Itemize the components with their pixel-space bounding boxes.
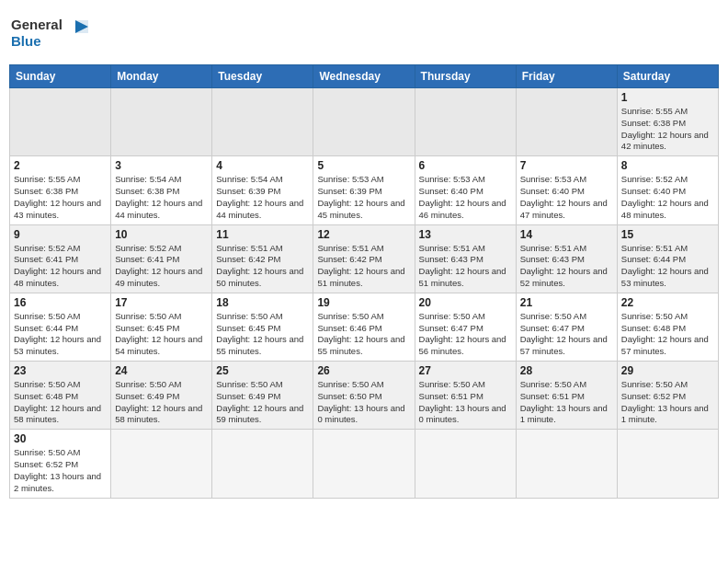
week-row-4: 16Sunrise: 5:50 AMSunset: 6:44 PMDayligh… (10, 293, 719, 361)
day-info: Sunrise: 5:55 AMSunset: 6:38 PMDaylight:… (621, 106, 714, 153)
day-number: 24 (115, 364, 208, 377)
day-number: 14 (520, 228, 613, 241)
col-header-sunday: Sunday (10, 65, 111, 88)
day-info: Sunrise: 5:50 AMSunset: 6:47 PMDaylight:… (520, 311, 613, 358)
calendar-cell: 7Sunrise: 5:53 AMSunset: 6:40 PMDaylight… (516, 156, 617, 224)
calendar-cell: 11Sunrise: 5:51 AMSunset: 6:42 PMDayligh… (212, 224, 313, 293)
day-info: Sunrise: 5:51 AMSunset: 6:42 PMDaylight:… (216, 243, 309, 290)
calendar-cell (617, 430, 718, 498)
calendar-cell (111, 88, 212, 156)
day-number: 10 (115, 228, 208, 241)
calendar-cell: 17Sunrise: 5:50 AMSunset: 6:45 PMDayligh… (111, 293, 212, 361)
week-row-3: 9Sunrise: 5:52 AMSunset: 6:41 PMDaylight… (10, 224, 719, 293)
calendar-cell: 25Sunrise: 5:50 AMSunset: 6:49 PMDayligh… (212, 362, 313, 430)
day-info: Sunrise: 5:50 AMSunset: 6:48 PMDaylight:… (621, 311, 714, 358)
day-number: 1 (621, 91, 714, 104)
calendar-cell: 19Sunrise: 5:50 AMSunset: 6:46 PMDayligh… (313, 293, 415, 361)
day-info: Sunrise: 5:51 AMSunset: 6:42 PMDaylight:… (317, 243, 410, 290)
calendar-cell: 26Sunrise: 5:50 AMSunset: 6:50 PMDayligh… (313, 362, 415, 430)
col-header-saturday: Saturday (617, 65, 718, 88)
day-info: Sunrise: 5:53 AMSunset: 6:39 PMDaylight:… (317, 174, 410, 221)
week-row-5: 23Sunrise: 5:50 AMSunset: 6:48 PMDayligh… (10, 362, 719, 430)
day-info: Sunrise: 5:53 AMSunset: 6:40 PMDaylight:… (520, 174, 613, 221)
calendar-cell: 23Sunrise: 5:50 AMSunset: 6:48 PMDayligh… (10, 362, 111, 430)
day-info: Sunrise: 5:53 AMSunset: 6:40 PMDaylight:… (419, 174, 512, 221)
day-info: Sunrise: 5:50 AMSunset: 6:52 PMDaylight:… (14, 447, 107, 494)
day-info: Sunrise: 5:51 AMSunset: 6:44 PMDaylight:… (621, 243, 714, 290)
day-number: 19 (317, 296, 410, 309)
calendar-cell (313, 88, 415, 156)
day-number: 13 (419, 228, 512, 241)
day-info: Sunrise: 5:50 AMSunset: 6:49 PMDaylight:… (216, 379, 309, 426)
calendar-cell: 13Sunrise: 5:51 AMSunset: 6:43 PMDayligh… (415, 224, 516, 293)
day-number: 23 (14, 364, 107, 377)
day-info: Sunrise: 5:50 AMSunset: 6:47 PMDaylight:… (419, 311, 512, 358)
calendar-cell: 3Sunrise: 5:54 AMSunset: 6:38 PMDaylight… (111, 156, 212, 224)
day-number: 4 (216, 159, 309, 172)
col-header-thursday: Thursday (415, 65, 516, 88)
day-number: 12 (317, 228, 410, 241)
svg-text:Blue: Blue (11, 33, 41, 49)
calendar-cell: 16Sunrise: 5:50 AMSunset: 6:44 PMDayligh… (10, 293, 111, 361)
calendar-cell: 4Sunrise: 5:54 AMSunset: 6:39 PMDaylight… (212, 156, 313, 224)
day-info: Sunrise: 5:50 AMSunset: 6:45 PMDaylight:… (115, 311, 208, 358)
day-number: 29 (621, 364, 714, 377)
calendar-cell: 18Sunrise: 5:50 AMSunset: 6:45 PMDayligh… (212, 293, 313, 361)
day-number: 20 (419, 296, 512, 309)
day-info: Sunrise: 5:50 AMSunset: 6:51 PMDaylight:… (419, 379, 512, 426)
day-info: Sunrise: 5:50 AMSunset: 6:50 PMDaylight:… (317, 379, 410, 426)
day-number: 6 (419, 159, 512, 172)
day-info: Sunrise: 5:50 AMSunset: 6:48 PMDaylight:… (14, 379, 107, 426)
day-info: Sunrise: 5:52 AMSunset: 6:41 PMDaylight:… (14, 243, 107, 290)
day-info: Sunrise: 5:50 AMSunset: 6:51 PMDaylight:… (520, 379, 613, 426)
day-info: Sunrise: 5:51 AMSunset: 6:43 PMDaylight:… (520, 243, 613, 290)
day-number: 27 (419, 364, 512, 377)
calendar-cell: 8Sunrise: 5:52 AMSunset: 6:40 PMDaylight… (617, 156, 718, 224)
day-info: Sunrise: 5:54 AMSunset: 6:38 PMDaylight:… (115, 174, 208, 221)
day-number: 26 (317, 364, 410, 377)
day-info: Sunrise: 5:50 AMSunset: 6:46 PMDaylight:… (317, 311, 410, 358)
day-number: 25 (216, 364, 309, 377)
logo: General Blue (9, 9, 92, 59)
day-info: Sunrise: 5:50 AMSunset: 6:49 PMDaylight:… (115, 379, 208, 426)
day-number: 2 (14, 159, 107, 172)
col-header-wednesday: Wednesday (313, 65, 415, 88)
logo-svg: General Blue (9, 13, 92, 59)
calendar-cell (10, 88, 111, 156)
calendar-cell: 29Sunrise: 5:50 AMSunset: 6:52 PMDayligh… (617, 362, 718, 430)
day-info: Sunrise: 5:50 AMSunset: 6:44 PMDaylight:… (14, 311, 107, 358)
calendar-cell: 28Sunrise: 5:50 AMSunset: 6:51 PMDayligh… (516, 362, 617, 430)
day-number: 16 (14, 296, 107, 309)
calendar-cell: 20Sunrise: 5:50 AMSunset: 6:47 PMDayligh… (415, 293, 516, 361)
calendar-cell: 12Sunrise: 5:51 AMSunset: 6:42 PMDayligh… (313, 224, 415, 293)
calendar-cell: 6Sunrise: 5:53 AMSunset: 6:40 PMDaylight… (415, 156, 516, 224)
col-header-friday: Friday (516, 65, 617, 88)
day-number: 3 (115, 159, 208, 172)
week-row-1: 1Sunrise: 5:55 AMSunset: 6:38 PMDaylight… (10, 88, 719, 156)
calendar-cell: 27Sunrise: 5:50 AMSunset: 6:51 PMDayligh… (415, 362, 516, 430)
day-number: 5 (317, 159, 410, 172)
day-number: 15 (621, 228, 714, 241)
calendar-cell (516, 88, 617, 156)
calendar-cell (415, 88, 516, 156)
day-info: Sunrise: 5:52 AMSunset: 6:41 PMDaylight:… (115, 243, 208, 290)
calendar-cell: 1Sunrise: 5:55 AMSunset: 6:38 PMDaylight… (617, 88, 718, 156)
day-info: Sunrise: 5:50 AMSunset: 6:45 PMDaylight:… (216, 311, 309, 358)
day-number: 11 (216, 228, 309, 241)
day-number: 9 (14, 228, 107, 241)
calendar-table: SundayMondayTuesdayWednesdayThursdayFrid… (9, 64, 719, 499)
col-header-monday: Monday (111, 65, 212, 88)
col-header-tuesday: Tuesday (212, 65, 313, 88)
calendar-cell (111, 430, 212, 498)
day-info: Sunrise: 5:52 AMSunset: 6:40 PMDaylight:… (621, 174, 714, 221)
calendar-cell (415, 430, 516, 498)
page-header: General Blue (9, 9, 719, 59)
day-info: Sunrise: 5:54 AMSunset: 6:39 PMDaylight:… (216, 174, 309, 221)
calendar-cell: 2Sunrise: 5:55 AMSunset: 6:38 PMDaylight… (10, 156, 111, 224)
day-number: 28 (520, 364, 613, 377)
calendar-cell: 30Sunrise: 5:50 AMSunset: 6:52 PMDayligh… (10, 430, 111, 498)
calendar-cell (212, 430, 313, 498)
calendar-cell: 15Sunrise: 5:51 AMSunset: 6:44 PMDayligh… (617, 224, 718, 293)
calendar-cell (212, 88, 313, 156)
calendar-cell: 5Sunrise: 5:53 AMSunset: 6:39 PMDaylight… (313, 156, 415, 224)
